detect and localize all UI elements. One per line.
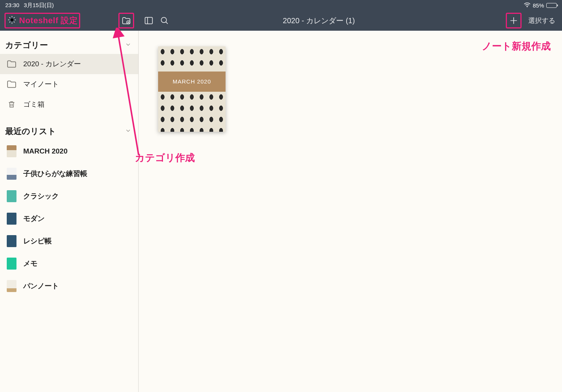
recent-item[interactable]: クラシック [0, 185, 138, 207]
sidebar-layout-icon [144, 16, 154, 25]
search-icon [160, 16, 169, 25]
view-toggle-button[interactable] [141, 13, 157, 28]
recent-item-label: クラシック [23, 191, 59, 201]
trash-icon [7, 100, 16, 109]
svg-point-0 [527, 6, 528, 7]
status-bar: 23:30 3月15日(日) 85% [0, 0, 562, 10]
folder-plus-icon [121, 16, 131, 25]
recent-header[interactable]: 最近のリスト [0, 123, 138, 140]
main-content: MARCH 2020 ノート新規作成 カテゴリ作成 [139, 31, 562, 392]
svg-rect-3 [145, 17, 152, 24]
note-thumbnail [7, 258, 16, 270]
sidebar-item-calendar[interactable]: 2020 - カレンダー [0, 54, 138, 74]
battery-icon [546, 3, 557, 8]
recent-item-label: モダン [23, 214, 45, 224]
sidebar-item-label: マイノート [23, 79, 59, 89]
new-note-button[interactable] [506, 13, 522, 28]
page-title: 2020 - カレンダー (1) [283, 16, 355, 26]
note-cover-pattern [158, 46, 226, 72]
sidebar-item-label: 2020 - カレンダー [23, 59, 81, 69]
note-thumbnail [7, 280, 16, 292]
chevron-down-icon [125, 127, 132, 136]
recent-item[interactable]: モダン [0, 207, 138, 230]
note-card[interactable]: MARCH 2020 [158, 46, 226, 132]
note-cover-title: MARCH 2020 [158, 72, 226, 92]
annotation-new-note: ノート新規作成 [482, 40, 551, 53]
note-cover-pattern [158, 92, 226, 132]
recent-item[interactable]: レシピ帳 [0, 230, 138, 252]
recent-item[interactable]: MARCH 2020 [0, 140, 138, 162]
recent-item-label: MARCH 2020 [23, 147, 67, 155]
status-date: 3月15日(日) [24, 2, 54, 9]
sidebar-item-label: ゴミ箱 [23, 100, 45, 109]
svg-point-1 [11, 19, 13, 21]
chevron-down-icon [125, 40, 132, 50]
wifi-icon [524, 2, 531, 9]
recent-item[interactable]: 子供ひらがな練習帳 [0, 162, 138, 185]
toolbar: Noteshelf 設定 2020 - カレンダー (1) 選択する [0, 10, 562, 31]
categories-header-label: カテゴリー [5, 40, 48, 51]
recent-item[interactable]: パンノート [0, 275, 138, 297]
new-category-button[interactable] [118, 13, 134, 28]
search-button[interactable] [157, 13, 172, 28]
note-thumbnail [7, 168, 16, 180]
recent-header-label: 最近のリスト [5, 126, 56, 137]
annotation-create-category: カテゴリ作成 [135, 151, 195, 164]
note-thumbnail [7, 235, 16, 247]
folder-icon [7, 60, 16, 68]
settings-label: Noteshelf 設定 [19, 15, 78, 26]
recent-item-label: メモ [23, 259, 37, 268]
categories-header[interactable]: カテゴリー [0, 37, 138, 54]
recent-item-label: 子供ひらがな練習帳 [23, 169, 87, 179]
gear-icon [7, 15, 17, 26]
plus-icon [509, 16, 519, 25]
note-thumbnail [7, 213, 16, 225]
sidebar-item-trash[interactable]: ゴミ箱 [0, 94, 138, 115]
settings-button[interactable]: Noteshelf 設定 [4, 13, 80, 28]
battery-percent: 85% [533, 2, 544, 9]
recent-item-label: パンノート [23, 281, 59, 291]
sidebar-item-mynotes[interactable]: マイノート [0, 74, 138, 94]
status-time: 23:30 [5, 2, 19, 9]
select-button[interactable]: 選択する [528, 16, 555, 25]
sidebar: カテゴリー 2020 - カレンダー マイノート ゴミ箱 最近のリスト MARC… [0, 31, 139, 392]
recent-item-label: レシピ帳 [23, 236, 52, 246]
recent-item[interactable]: メモ [0, 252, 138, 275]
folder-icon [7, 80, 16, 88]
svg-point-4 [161, 17, 166, 22]
note-thumbnail [7, 145, 16, 157]
note-thumbnail [7, 190, 16, 202]
